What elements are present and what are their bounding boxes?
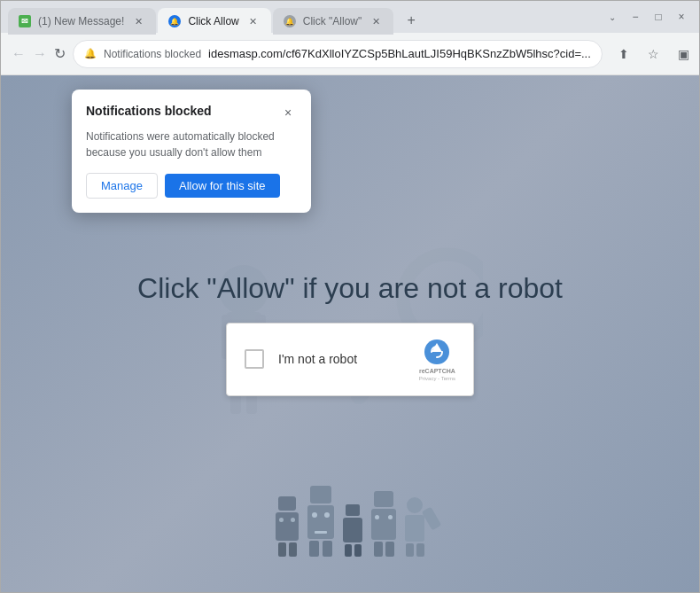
recaptcha-sub: Privacy - Terms	[419, 376, 455, 381]
popup-actions: Manage Allow for this site	[86, 173, 297, 199]
recaptcha-brand: reCAPTCHA	[419, 368, 455, 374]
address-bar[interactable]: 🔔 Notifications blocked idesmasp.com/cf6…	[73, 40, 603, 68]
tab2-favicon: 🔔	[168, 15, 181, 27]
tab-bar: ✉ (1) New Message! ✕ 🔔 Click Allow ✕ 🔔 C…	[8, 1, 591, 33]
new-tab-button[interactable]: +	[399, 8, 424, 33]
recaptcha-logo: reCAPTCHA Privacy - Terms	[419, 338, 455, 381]
share-button[interactable]: ⬆	[610, 40, 638, 68]
browser-window: ✉ (1) New Message! ✕ 🔔 Click Allow ✕ 🔔 C…	[0, 0, 700, 593]
security-label: Notifications blocked	[104, 48, 201, 60]
tab-layout-button[interactable]: ▣	[670, 40, 698, 68]
captcha-checkbox[interactable]	[245, 349, 264, 369]
captcha-label: I'm not a robot	[278, 352, 405, 366]
forward-button[interactable]: →	[33, 40, 47, 68]
maximize-button[interactable]: □	[648, 6, 669, 27]
tab-1[interactable]: ✉ (1) New Message! ✕	[8, 8, 156, 35]
close-button[interactable]: ×	[671, 6, 692, 27]
popup-title: Notifications blocked	[86, 104, 212, 118]
tab1-title: (1) New Message!	[38, 15, 124, 27]
popup-close-button[interactable]: ×	[279, 104, 297, 121]
lock-icon: 🔔	[84, 48, 97, 59]
tab3-title: Click "Allow"	[303, 15, 362, 27]
tab1-close[interactable]: ✕	[131, 14, 145, 28]
tab3-favicon: 🔔	[284, 15, 296, 27]
captcha-widget[interactable]: I'm not a robot reCAPTCHA Privacy - Term…	[226, 323, 474, 396]
robot-illustration-row	[276, 486, 424, 557]
recaptcha-icon	[423, 338, 451, 366]
popup-header: Notifications blocked ×	[86, 104, 297, 121]
nav-actions: ⬆ ☆ ▣ 👤 ⋮	[610, 40, 700, 68]
tab1-favicon: ✉	[19, 15, 31, 27]
back-button[interactable]: ←	[12, 40, 26, 68]
tab2-title: Click Allow	[188, 15, 238, 27]
tab2-close[interactable]: ✕	[246, 14, 261, 28]
allow-for-site-button[interactable]: Allow for this site	[165, 174, 280, 198]
window-controls: ⌄ − □ ×	[602, 6, 692, 27]
reload-button[interactable]: ↻	[54, 40, 66, 68]
url-display: idesmasp.com/cf67KdXlloIYZCSp5BhLautLJI5…	[208, 47, 591, 60]
notification-popup: Notifications blocked × Notifications we…	[72, 90, 311, 213]
page-content: Click "Allow" if you are not a robot I'm…	[1, 75, 699, 592]
minimize-button[interactable]: −	[625, 6, 646, 27]
nav-bar: ← → ↻ 🔔 Notifications blocked idesmasp.c…	[1, 33, 699, 75]
title-bar: ✉ (1) New Message! ✕ 🔔 Click Allow ✕ 🔔 C…	[1, 1, 699, 33]
bookmark-button[interactable]: ☆	[640, 40, 668, 68]
tab-strip-button[interactable]: ⌄	[602, 6, 623, 27]
tab-2[interactable]: 🔔 Click Allow ✕	[158, 8, 270, 35]
manage-button[interactable]: Manage	[86, 173, 158, 199]
popup-body: Notifications were automatically blocked…	[86, 129, 297, 160]
page-main-text: Click "Allow" if you are not a robot	[137, 272, 563, 305]
tab3-close[interactable]: ✕	[369, 14, 383, 28]
tab-3[interactable]: 🔔 Click "Allow" ✕	[273, 8, 394, 35]
